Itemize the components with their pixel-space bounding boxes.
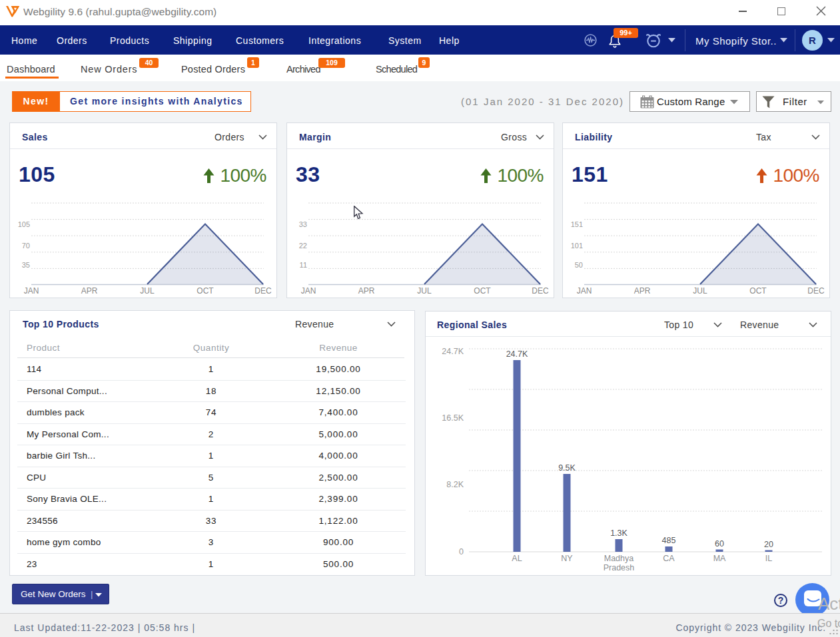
svg-text:16.5K: 16.5K <box>442 413 464 423</box>
svg-text:24.7K: 24.7K <box>442 347 464 356</box>
svg-text:APR: APR <box>81 286 98 296</box>
svg-text:DEC: DEC <box>254 286 272 296</box>
svg-text:JUL: JUL <box>693 286 707 296</box>
svg-text:JAN: JAN <box>301 286 316 296</box>
svg-text:485: 485 <box>662 536 676 545</box>
svg-text:60: 60 <box>715 539 724 548</box>
svg-text:105: 105 <box>18 220 30 228</box>
svg-text:22: 22 <box>299 242 307 250</box>
svg-text:1.3K: 1.3K <box>610 529 628 538</box>
svg-text:IL: IL <box>765 554 772 563</box>
svg-text:JUL: JUL <box>140 286 155 296</box>
svg-text:OCT: OCT <box>197 286 214 296</box>
svg-text:MA: MA <box>713 554 726 563</box>
svg-text:JAN: JAN <box>24 286 39 296</box>
svg-text:CA: CA <box>663 554 675 563</box>
svg-text:8.2K: 8.2K <box>446 480 464 489</box>
svg-text:APR: APR <box>634 286 651 296</box>
svg-text:20: 20 <box>764 540 773 549</box>
svg-text:APR: APR <box>358 286 375 296</box>
svg-text:JUL: JUL <box>417 286 432 296</box>
svg-text:AL: AL <box>512 554 522 563</box>
svg-text:70: 70 <box>22 242 30 250</box>
svg-text:33: 33 <box>299 220 307 228</box>
svg-text:OCT: OCT <box>474 286 491 296</box>
svg-text:NY: NY <box>561 554 573 563</box>
svg-text:DEC: DEC <box>532 286 549 296</box>
svg-text:9.5K: 9.5K <box>558 463 576 473</box>
svg-text:JAN: JAN <box>577 286 592 296</box>
svg-text:151: 151 <box>571 220 583 228</box>
svg-text:50: 50 <box>575 261 583 269</box>
svg-text:11: 11 <box>300 261 307 269</box>
svg-text:OCT: OCT <box>749 286 767 296</box>
svg-text:101: 101 <box>571 242 583 250</box>
svg-text:Pradesh: Pradesh <box>604 563 635 572</box>
svg-text:0: 0 <box>459 547 464 556</box>
svg-text:24.7K: 24.7K <box>506 349 528 359</box>
svg-text:35: 35 <box>22 261 30 269</box>
svg-text:Madhya: Madhya <box>604 554 634 563</box>
svg-text:DEC: DEC <box>807 286 825 296</box>
